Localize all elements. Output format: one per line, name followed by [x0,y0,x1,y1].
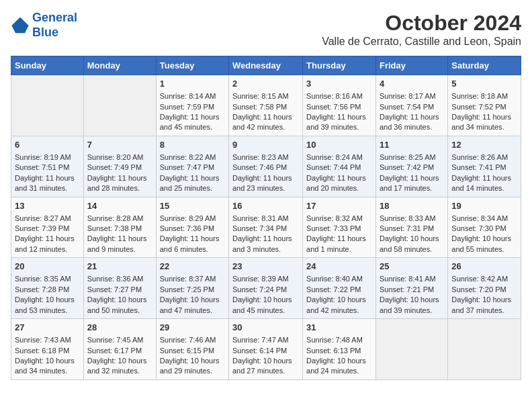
calendar-cell: 9Sunrise: 8:23 AMSunset: 7:46 PMDaylight… [228,136,302,197]
sunrise-text: Sunrise: 7:43 AM [15,335,80,345]
sunrise-text: Sunrise: 8:32 AM [306,214,372,224]
day-number: 30 [232,322,299,334]
calendar-cell: 16Sunrise: 8:31 AMSunset: 7:34 PMDayligh… [228,197,302,258]
daylight-text: Daylight: 11 hours and 34 minutes. [451,112,517,133]
daylight-text: Daylight: 10 hours and 53 minutes. [15,295,80,316]
day-number: 27 [15,322,80,334]
sunrise-text: Sunrise: 8:15 AM [232,91,299,101]
daylight-text: Daylight: 11 hours and 17 minutes. [380,173,444,194]
sunset-text: Sunset: 7:22 PM [306,285,372,295]
logo-icon [11,16,30,35]
calendar-cell: 3Sunrise: 8:16 AMSunset: 7:56 PMDaylight… [303,75,376,136]
sunrise-text: Sunrise: 8:22 AM [160,152,225,163]
calendar-cell: 11Sunrise: 8:25 AMSunset: 7:42 PMDayligh… [375,136,447,197]
daylight-text: Daylight: 11 hours and 42 minutes. [232,112,299,133]
calendar-cell: 19Sunrise: 8:34 AMSunset: 7:30 PMDayligh… [448,197,521,258]
location-title: Valle de Cerrato, Castille and Leon, Spa… [322,36,521,48]
calendar-cell: 30Sunrise: 7:47 AMSunset: 6:14 PMDayligh… [228,319,302,380]
calendar-cell: 28Sunrise: 7:45 AMSunset: 6:17 PMDayligh… [83,319,156,380]
day-number: 8 [160,139,225,151]
sunrise-text: Sunrise: 8:17 AM [380,91,444,101]
daylight-text: Daylight: 11 hours and 3 minutes. [232,234,299,255]
sunset-text: Sunset: 6:14 PM [232,346,299,356]
sunset-text: Sunset: 7:42 PM [380,163,444,173]
day-number: 1 [160,78,225,90]
calendar-week-2: 6Sunrise: 8:19 AMSunset: 7:51 PMDaylight… [11,136,521,197]
calendar-table: SundayMondayTuesdayWednesdayThursdayFrid… [11,56,521,380]
daylight-text: Daylight: 11 hours and 9 minutes. [87,234,152,255]
daylight-text: Daylight: 11 hours and 28 minutes. [87,173,152,194]
daylight-text: Daylight: 10 hours and 32 minutes. [87,356,152,377]
sunrise-text: Sunrise: 8:25 AM [380,152,444,163]
sunrise-text: Sunrise: 7:45 AM [87,335,152,345]
daylight-text: Daylight: 10 hours and 24 minutes. [306,356,372,377]
calendar-cell: 14Sunrise: 8:28 AMSunset: 7:38 PMDayligh… [83,197,156,258]
sunset-text: Sunset: 6:17 PM [87,346,152,356]
sunrise-text: Sunrise: 8:33 AM [380,214,444,224]
sunset-text: Sunset: 7:46 PM [232,163,299,173]
sunset-text: Sunset: 7:20 PM [451,285,517,295]
sunset-text: Sunset: 7:56 PM [306,102,372,112]
daylight-text: Daylight: 10 hours and 50 minutes. [87,295,152,316]
day-number: 18 [380,200,444,212]
sunset-text: Sunset: 7:33 PM [306,224,372,234]
day-number: 26 [451,261,517,273]
sunset-text: Sunset: 7:30 PM [451,224,517,234]
page-header: GeneralBlue October 2024 Valle de Cerrat… [11,11,521,48]
sunset-text: Sunset: 7:51 PM [15,163,80,173]
day-number: 7 [87,139,152,151]
header-day-friday: Friday [375,56,447,75]
daylight-text: Daylight: 11 hours and 6 minutes. [160,234,225,255]
day-number: 22 [160,261,225,273]
daylight-text: Daylight: 11 hours and 14 minutes. [451,173,517,194]
sunrise-text: Sunrise: 8:35 AM [15,274,80,284]
sunrise-text: Sunrise: 8:29 AM [160,214,225,224]
day-number: 9 [232,139,299,151]
calendar-cell: 22Sunrise: 8:37 AMSunset: 7:25 PMDayligh… [156,258,228,319]
sunset-text: Sunset: 7:49 PM [87,163,152,173]
header-day-tuesday: Tuesday [156,56,228,75]
sunset-text: Sunset: 7:34 PM [232,224,299,234]
day-number: 11 [380,139,444,151]
calendar-week-1: 1Sunrise: 8:14 AMSunset: 7:59 PMDaylight… [11,75,521,136]
calendar-cell: 23Sunrise: 8:39 AMSunset: 7:24 PMDayligh… [228,258,302,319]
sunrise-text: Sunrise: 8:19 AM [15,152,80,163]
calendar-cell: 20Sunrise: 8:35 AMSunset: 7:28 PMDayligh… [11,258,84,319]
calendar-cell: 24Sunrise: 8:40 AMSunset: 7:22 PMDayligh… [303,258,376,319]
day-number: 15 [160,200,225,212]
sunset-text: Sunset: 7:21 PM [380,285,444,295]
sunrise-text: Sunrise: 8:40 AM [306,274,372,284]
header-day-saturday: Saturday [448,56,521,75]
daylight-text: Daylight: 11 hours and 1 minute. [306,234,372,255]
sunset-text: Sunset: 7:24 PM [232,285,299,295]
calendar-cell: 4Sunrise: 8:17 AMSunset: 7:54 PMDaylight… [375,75,447,136]
sunrise-text: Sunrise: 8:24 AM [306,152,372,163]
day-number: 16 [232,200,299,212]
sunset-text: Sunset: 7:38 PM [87,224,152,234]
daylight-text: Daylight: 10 hours and 27 minutes. [232,356,299,377]
calendar-cell: 2Sunrise: 8:15 AMSunset: 7:58 PMDaylight… [228,75,302,136]
sunrise-text: Sunrise: 8:27 AM [15,214,80,224]
daylight-text: Daylight: 11 hours and 36 minutes. [380,112,444,133]
calendar-cell: 21Sunrise: 8:36 AMSunset: 7:27 PMDayligh… [83,258,156,319]
sunset-text: Sunset: 7:31 PM [380,224,444,234]
daylight-text: Daylight: 11 hours and 25 minutes. [160,173,225,194]
calendar-cell: 25Sunrise: 8:41 AMSunset: 7:21 PMDayligh… [375,258,447,319]
calendar-week-3: 13Sunrise: 8:27 AMSunset: 7:39 PMDayligh… [11,197,521,258]
day-number: 29 [160,322,225,334]
day-number: 10 [306,139,372,151]
daylight-text: Daylight: 10 hours and 45 minutes. [232,295,299,316]
daylight-text: Daylight: 11 hours and 31 minutes. [15,173,80,194]
daylight-text: Daylight: 10 hours and 47 minutes. [160,295,225,316]
calendar-cell: 1Sunrise: 8:14 AMSunset: 7:59 PMDaylight… [156,75,228,136]
sunset-text: Sunset: 7:36 PM [160,224,225,234]
sunrise-text: Sunrise: 8:28 AM [87,214,152,224]
title-area: October 2024 Valle de Cerrato, Castille … [322,11,521,48]
daylight-text: Daylight: 10 hours and 42 minutes. [306,295,372,316]
sunset-text: Sunset: 6:15 PM [160,346,225,356]
day-number: 14 [87,200,152,212]
daylight-text: Daylight: 11 hours and 45 minutes. [160,112,225,133]
day-number: 20 [15,261,80,273]
daylight-text: Daylight: 10 hours and 55 minutes. [451,234,517,255]
sunset-text: Sunset: 7:58 PM [232,102,299,112]
